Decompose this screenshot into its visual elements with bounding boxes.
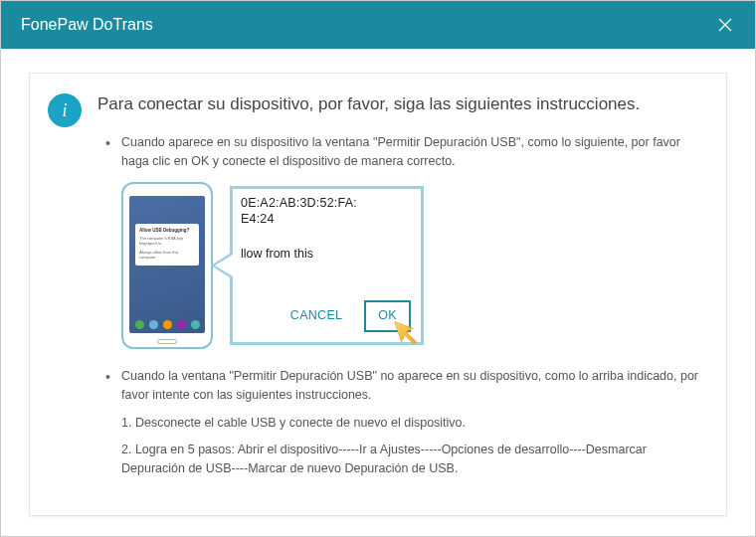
usb-debug-illustration: Allow USB Debugging? The computer's RSA … <box>121 182 706 349</box>
app-window: FonePaw DoTrans i Para conectar su dispo… <box>0 0 756 537</box>
instruction-item-1: Cuando aparece en su dispositivo la vent… <box>103 133 706 349</box>
dialog-zoom-panel: 0E:A2:AB:3D:52:FA: E4:24 llow from this … <box>230 186 424 345</box>
instruction-item-2: Cuando la ventana "Permitir Depuración U… <box>103 367 706 479</box>
fingerprint-line-1: 0E:A2:AB:3D:52:FA: <box>241 195 413 211</box>
instruction-heading: Para conectar su dispositivo, por favor,… <box>97 91 640 117</box>
phone-dock <box>132 319 202 331</box>
ok-button[interactable]: OK <box>364 300 411 331</box>
window-title: FonePaw DoTrans <box>21 16 153 34</box>
fingerprint-line-2: E4:24 <box>241 211 413 227</box>
phone-dialog-title: Allow USB Debugging? <box>139 228 195 234</box>
phone-mockup: Allow USB Debugging? The computer's RSA … <box>121 182 213 349</box>
svg-marker-2 <box>395 321 417 343</box>
phone-dialog-body: The computer's RSA key fingerprint is: <box>139 236 195 247</box>
cancel-button[interactable]: CANCEL <box>283 301 351 330</box>
instruction-list: Cuando aparece en su dispositivo la vent… <box>103 133 706 479</box>
dock-icon <box>177 320 186 329</box>
dock-icon <box>191 320 200 329</box>
close-icon <box>717 17 733 33</box>
arrow-cursor-icon <box>393 316 427 344</box>
phone-dialog-checkbox: Always allow from this computer <box>139 250 195 261</box>
allow-text-fragment: llow from this <box>241 245 413 264</box>
phone-screen: Allow USB Debugging? The computer's RSA … <box>129 196 205 333</box>
phone-home-button <box>157 339 177 344</box>
close-button[interactable] <box>711 11 739 39</box>
dock-icon <box>149 320 158 329</box>
instruction-card: i Para conectar su dispositivo, por favo… <box>29 73 727 516</box>
content-area: i Para conectar su dispositivo, por favo… <box>1 49 755 536</box>
callout-pointer <box>211 252 233 279</box>
step-2: 2. Logra en 5 pasos: Abrir el dispositiv… <box>121 441 706 479</box>
instruction-item-1-text: Cuando aparece en su dispositivo la vent… <box>121 135 680 168</box>
instruction-item-2-intro: Cuando la ventana "Permitir Depuración U… <box>121 369 698 402</box>
phone-dialog: Allow USB Debugging? The computer's RSA … <box>135 224 199 266</box>
info-icon: i <box>48 93 82 127</box>
dock-icon <box>163 320 172 329</box>
dock-icon <box>135 320 144 329</box>
step-1: 1. Desconecte el cable USB y conecte de … <box>121 414 706 433</box>
dialog-actions: CANCEL OK <box>241 300 413 331</box>
card-header: i Para conectar su dispositivo, por favo… <box>48 91 706 127</box>
titlebar: FonePaw DoTrans <box>1 1 755 49</box>
